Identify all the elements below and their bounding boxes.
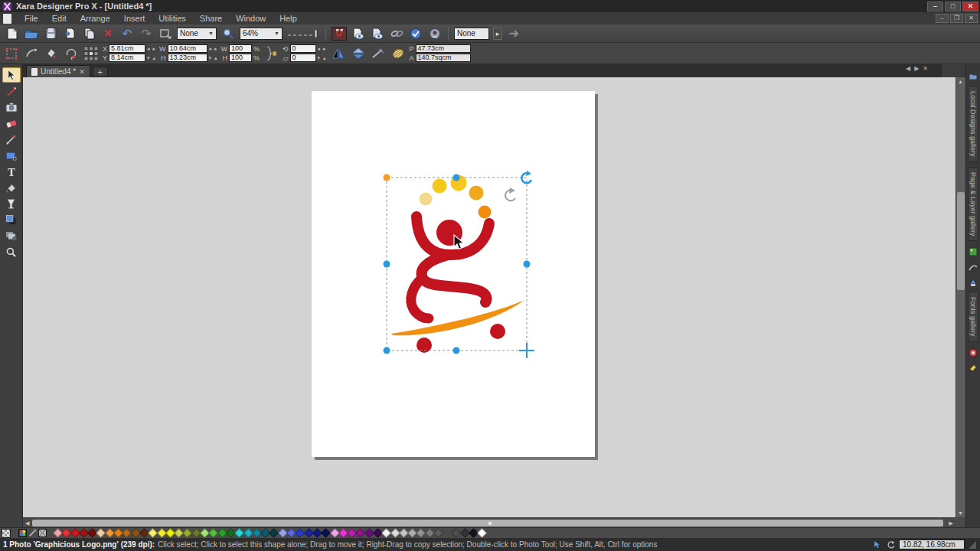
flip-horizontal-button[interactable] (330, 45, 347, 62)
flip-vertical-button[interactable] (350, 45, 367, 62)
maximize-button[interactable]: □ (945, 2, 961, 11)
menu-utilities[interactable]: Utilities (152, 13, 192, 24)
tool-fill[interactable] (2, 180, 21, 195)
rotate-spinner[interactable]: ◂ ▸ (318, 46, 327, 52)
horizontal-scrollbar[interactable]: ◀ ▶ (23, 517, 956, 527)
logo-ball-1[interactable] (420, 193, 433, 206)
copy-button[interactable] (81, 27, 96, 41)
animation-preset-dropdown[interactable]: None (454, 28, 489, 40)
tab-close-icon[interactable]: ✕ (79, 68, 85, 76)
delete-button[interactable]: ✕ (100, 27, 116, 41)
selection-handle-bottom-left[interactable] (384, 347, 390, 354)
close-button[interactable]: ✕ (962, 2, 978, 11)
undo-button[interactable]: ↶ (119, 27, 135, 41)
scroll-up-arrow[interactable]: ▲ (958, 79, 965, 84)
color-editor-icon[interactable] (18, 529, 27, 537)
no-color-swatch[interactable] (2, 529, 11, 538)
stroke-width-dropdown[interactable]: None▼ (177, 28, 217, 40)
menu-window[interactable]: Window (229, 13, 273, 24)
selection-handle-left[interactable] (384, 261, 390, 268)
tab-local-designs-gallery[interactable]: Local Designs gallery (968, 86, 978, 162)
tool-photo[interactable] (2, 99, 21, 115)
tool-paint[interactable] (2, 83, 21, 99)
tool-text[interactable]: T (2, 164, 21, 179)
resize-grip[interactable] (968, 540, 977, 549)
hyperlink-button[interactable] (389, 27, 404, 41)
y-position-field[interactable]: 8.14cm (109, 54, 145, 62)
fill-handles-icon[interactable] (43, 45, 60, 62)
menu-help[interactable]: Help (273, 13, 304, 24)
tab-nav-close[interactable]: ✕ (923, 65, 928, 72)
selection-move-handle[interactable] (519, 343, 534, 358)
screen-color-picker-icon[interactable] (38, 529, 47, 537)
optimize-photo-button[interactable] (351, 27, 366, 41)
tool-line[interactable] (2, 132, 21, 147)
mdi-minimize-button[interactable]: – (936, 14, 949, 23)
web-image-button[interactable] (408, 27, 423, 41)
logo-wheel-right[interactable] (490, 324, 505, 339)
color-swatch[interactable] (477, 528, 487, 538)
bitmap-gallery-icon[interactable] (969, 247, 978, 256)
logo-ball-5[interactable] (479, 206, 492, 219)
show-bounds-shell-button[interactable] (390, 45, 407, 62)
scale-line-widths-button[interactable] (370, 45, 387, 62)
width-field[interactable]: 10.64cm (168, 44, 207, 53)
tool-selector[interactable] (2, 67, 21, 83)
tool-shadow[interactable] (2, 212, 21, 227)
tool-erase[interactable] (2, 116, 21, 131)
height-field[interactable]: 13.23cm (168, 54, 207, 62)
scroll-down-arrow[interactable]: ▼ (958, 510, 965, 516)
menu-share[interactable]: Share (193, 13, 229, 24)
rotate-contents-icon[interactable] (63, 45, 80, 62)
w-spinner[interactable]: ◂ ▸ (209, 46, 218, 52)
scroll-right-arrow[interactable]: ▶ (949, 520, 953, 527)
minimize-button[interactable]: – (927, 2, 943, 11)
rotate-handles-icon[interactable] (23, 45, 40, 62)
skew-spinner[interactable]: ▾ ▴ (318, 55, 327, 61)
redo-button[interactable]: ↷ (139, 27, 154, 41)
tab-untitled4[interactable]: Untitled4 * ✕ (26, 65, 90, 77)
logo-torso[interactable] (422, 256, 487, 302)
rotate-field[interactable]: 0 (290, 44, 316, 53)
snap-magnet-button[interactable] (332, 27, 347, 41)
h-spinner[interactable]: ▾ ▴ (209, 55, 218, 61)
save-button[interactable] (43, 27, 58, 41)
fill-gallery-icon[interactable] (969, 364, 978, 373)
photo-attributes-button[interactable] (370, 27, 385, 41)
horizontal-scroll-thumb[interactable] (32, 520, 943, 527)
menu-insert[interactable]: Insert (117, 13, 152, 24)
zoom-level-dropdown[interactable]: 64%▼ (240, 28, 283, 40)
galleries-folder-icon[interactable] (969, 72, 978, 81)
width-scale-field[interactable]: 100 (229, 44, 252, 53)
eyedropper-icon[interactable] (28, 529, 37, 537)
x-position-field[interactable]: 5.81cm (109, 44, 145, 53)
menu-file[interactable]: File (18, 13, 45, 24)
color-gallery-icon[interactable] (969, 278, 978, 287)
selection-handle-top[interactable] (453, 174, 460, 181)
tool-blend[interactable] (2, 228, 21, 243)
color-swatch[interactable] (433, 528, 443, 538)
selection-handle-bottom[interactable] (453, 347, 460, 354)
import-button[interactable] (62, 27, 77, 41)
feather-slider[interactable] (286, 27, 320, 41)
scroll-left-arrow[interactable]: ◀ (25, 520, 29, 527)
menu-arrange[interactable]: Arrange (74, 13, 117, 24)
logo-ball-2[interactable] (433, 179, 447, 194)
tab-nav-next[interactable]: ▶ (914, 65, 919, 72)
new-document-button[interactable] (5, 27, 20, 41)
open-document-button[interactable] (24, 27, 39, 41)
menu-edit[interactable]: Edit (45, 13, 74, 24)
anchor-grid-icon[interactable] (83, 45, 100, 62)
logo-ball-4[interactable] (469, 186, 484, 201)
export-arrow-button[interactable]: ➜ (506, 27, 521, 41)
canvas-area[interactable] (23, 77, 956, 517)
bounds-handles-icon[interactable] (3, 45, 20, 62)
new-tab-button[interactable]: + (93, 67, 108, 77)
zoom-tool-icon[interactable] (220, 27, 236, 41)
tab-page-layer-gallery[interactable]: Page & Layer gallery (968, 167, 978, 242)
clipart-gallery-icon[interactable] (969, 348, 978, 357)
skew-field[interactable]: 0 (290, 54, 316, 62)
mdi-close-button[interactable]: ✕ (965, 14, 978, 23)
selection-handle-right[interactable] (524, 261, 531, 268)
mdi-restore-button[interactable]: ❐ (950, 14, 963, 23)
